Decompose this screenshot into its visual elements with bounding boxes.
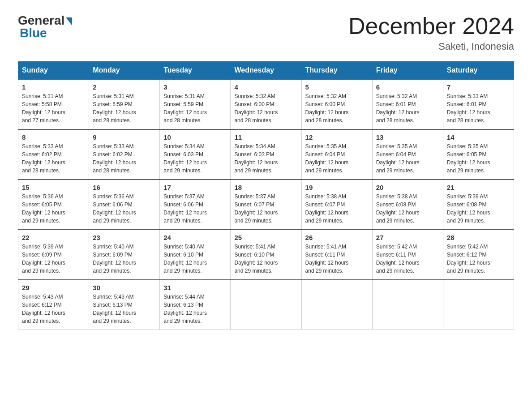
day-number: 12 — [305, 133, 369, 141]
calendar-cell: 21Sunrise: 5:39 AM Sunset: 6:08 PM Dayli… — [443, 180, 514, 230]
day-number: 1 — [22, 83, 85, 91]
day-number: 21 — [447, 184, 510, 191]
day-number: 28 — [447, 234, 510, 241]
day-info: Sunrise: 5:33 AM Sunset: 6:02 PM Dayligh… — [93, 142, 156, 175]
day-info: Sunrise: 5:35 AM Sunset: 6:05 PM Dayligh… — [447, 142, 510, 175]
day-number: 19 — [305, 184, 369, 191]
day-number: 26 — [305, 234, 369, 241]
calendar-cell: 30Sunrise: 5:43 AM Sunset: 6:13 PM Dayli… — [89, 280, 160, 330]
calendar-cell: 13Sunrise: 5:35 AM Sunset: 6:04 PM Dayli… — [372, 129, 443, 180]
day-info: Sunrise: 5:34 AM Sunset: 6:03 PM Dayligh… — [163, 142, 227, 175]
calendar-cell: 29Sunrise: 5:43 AM Sunset: 6:12 PM Dayli… — [18, 280, 89, 330]
calendar-cell: 15Sunrise: 5:36 AM Sunset: 6:05 PM Dayli… — [18, 180, 89, 230]
day-info: Sunrise: 5:38 AM Sunset: 6:07 PM Dayligh… — [305, 193, 369, 225]
day-number: 24 — [163, 234, 227, 241]
day-info: Sunrise: 5:37 AM Sunset: 6:07 PM Dayligh… — [234, 193, 297, 225]
day-number: 18 — [234, 184, 297, 191]
day-info: Sunrise: 5:38 AM Sunset: 6:08 PM Dayligh… — [376, 193, 439, 225]
calendar-cell: 3Sunrise: 5:31 AM Sunset: 5:59 PM Daylig… — [160, 79, 231, 129]
day-number: 23 — [93, 234, 156, 241]
calendar-cell — [372, 280, 443, 330]
column-header-saturday: Saturday — [443, 62, 514, 80]
location-subtitle: Saketi, Indonesia — [348, 41, 514, 52]
day-info: Sunrise: 5:31 AM Sunset: 5:59 PM Dayligh… — [93, 92, 156, 124]
day-info: Sunrise: 5:41 AM Sunset: 6:10 PM Dayligh… — [234, 243, 297, 275]
day-info: Sunrise: 5:35 AM Sunset: 6:04 PM Dayligh… — [305, 142, 369, 175]
month-title: December 2024 — [348, 13, 514, 39]
day-number: 17 — [163, 184, 227, 191]
day-info: Sunrise: 5:42 AM Sunset: 6:11 PM Dayligh… — [376, 243, 439, 275]
page-header: General Blue December 2024 Saketi, Indon… — [18, 13, 514, 52]
calendar-cell — [301, 280, 372, 330]
day-info: Sunrise: 5:32 AM Sunset: 6:01 PM Dayligh… — [376, 92, 439, 124]
day-number: 9 — [93, 133, 156, 141]
column-header-monday: Monday — [89, 62, 160, 80]
calendar-cell: 27Sunrise: 5:42 AM Sunset: 6:11 PM Dayli… — [372, 230, 443, 280]
calendar-cell: 7Sunrise: 5:33 AM Sunset: 6:01 PM Daylig… — [443, 79, 514, 129]
calendar-cell: 4Sunrise: 5:32 AM Sunset: 6:00 PM Daylig… — [231, 79, 301, 129]
day-number: 4 — [234, 83, 297, 91]
day-number: 22 — [22, 234, 85, 241]
calendar-cell: 28Sunrise: 5:42 AM Sunset: 6:12 PM Dayli… — [443, 230, 514, 280]
day-info: Sunrise: 5:33 AM Sunset: 6:02 PM Dayligh… — [22, 142, 85, 175]
day-number: 3 — [163, 83, 227, 91]
day-info: Sunrise: 5:41 AM Sunset: 6:11 PM Dayligh… — [305, 243, 369, 275]
calendar-cell: 24Sunrise: 5:40 AM Sunset: 6:10 PM Dayli… — [160, 230, 231, 280]
column-header-tuesday: Tuesday — [160, 62, 231, 80]
calendar-cell: 9Sunrise: 5:33 AM Sunset: 6:02 PM Daylig… — [89, 129, 160, 180]
day-info: Sunrise: 5:37 AM Sunset: 6:06 PM Dayligh… — [163, 193, 227, 225]
calendar-week-row: 15Sunrise: 5:36 AM Sunset: 6:05 PM Dayli… — [18, 180, 514, 230]
calendar-week-row: 1Sunrise: 5:31 AM Sunset: 5:58 PM Daylig… — [18, 79, 514, 129]
day-info: Sunrise: 5:31 AM Sunset: 5:58 PM Dayligh… — [22, 92, 85, 124]
calendar-cell: 26Sunrise: 5:41 AM Sunset: 6:11 PM Dayli… — [301, 230, 372, 280]
calendar-table: SundayMondayTuesdayWednesdayThursdayFrid… — [18, 61, 514, 330]
calendar-cell: 2Sunrise: 5:31 AM Sunset: 5:59 PM Daylig… — [89, 79, 160, 129]
logo: General Blue — [18, 13, 72, 40]
column-header-wednesday: Wednesday — [231, 62, 301, 80]
calendar-cell: 23Sunrise: 5:40 AM Sunset: 6:09 PM Dayli… — [89, 230, 160, 280]
calendar-header-row: SundayMondayTuesdayWednesdayThursdayFrid… — [18, 62, 514, 80]
calendar-cell: 12Sunrise: 5:35 AM Sunset: 6:04 PM Dayli… — [301, 129, 372, 180]
calendar-cell: 8Sunrise: 5:33 AM Sunset: 6:02 PM Daylig… — [18, 129, 89, 180]
day-info: Sunrise: 5:36 AM Sunset: 6:06 PM Dayligh… — [93, 193, 156, 225]
day-info: Sunrise: 5:35 AM Sunset: 6:04 PM Dayligh… — [376, 142, 439, 175]
calendar-cell: 6Sunrise: 5:32 AM Sunset: 6:01 PM Daylig… — [372, 79, 443, 129]
day-number: 16 — [93, 184, 156, 191]
calendar-cell: 11Sunrise: 5:34 AM Sunset: 6:03 PM Dayli… — [231, 129, 301, 180]
day-number: 6 — [376, 83, 439, 91]
day-number: 31 — [163, 284, 227, 291]
calendar-cell: 5Sunrise: 5:32 AM Sunset: 6:00 PM Daylig… — [301, 79, 372, 129]
column-header-sunday: Sunday — [18, 62, 89, 80]
day-number: 20 — [376, 184, 439, 191]
day-info: Sunrise: 5:33 AM Sunset: 6:01 PM Dayligh… — [447, 92, 510, 124]
day-number: 5 — [305, 83, 369, 91]
calendar-cell: 25Sunrise: 5:41 AM Sunset: 6:10 PM Dayli… — [231, 230, 301, 280]
day-number: 13 — [376, 133, 439, 141]
day-number: 25 — [234, 234, 297, 241]
day-number: 27 — [376, 234, 439, 241]
day-info: Sunrise: 5:32 AM Sunset: 6:00 PM Dayligh… — [234, 92, 297, 124]
calendar-cell: 16Sunrise: 5:36 AM Sunset: 6:06 PM Dayli… — [89, 180, 160, 230]
calendar-cell: 17Sunrise: 5:37 AM Sunset: 6:06 PM Dayli… — [160, 180, 231, 230]
calendar-week-row: 8Sunrise: 5:33 AM Sunset: 6:02 PM Daylig… — [18, 129, 514, 180]
day-number: 8 — [22, 133, 85, 141]
day-number: 11 — [234, 133, 297, 141]
day-number: 10 — [163, 133, 227, 141]
day-number: 29 — [22, 284, 85, 291]
calendar-cell: 1Sunrise: 5:31 AM Sunset: 5:58 PM Daylig… — [18, 79, 89, 129]
calendar-cell: 14Sunrise: 5:35 AM Sunset: 6:05 PM Dayli… — [443, 129, 514, 180]
day-number: 2 — [93, 83, 156, 91]
logo-blue-text: Blue — [18, 26, 47, 40]
calendar-cell — [231, 280, 301, 330]
calendar-cell: 19Sunrise: 5:38 AM Sunset: 6:07 PM Dayli… — [301, 180, 372, 230]
column-header-friday: Friday — [372, 62, 443, 80]
calendar-cell: 18Sunrise: 5:37 AM Sunset: 6:07 PM Dayli… — [231, 180, 301, 230]
calendar-cell: 20Sunrise: 5:38 AM Sunset: 6:08 PM Dayli… — [372, 180, 443, 230]
day-info: Sunrise: 5:44 AM Sunset: 6:13 PM Dayligh… — [163, 293, 227, 325]
day-info: Sunrise: 5:43 AM Sunset: 6:12 PM Dayligh… — [22, 293, 85, 325]
day-info: Sunrise: 5:34 AM Sunset: 6:03 PM Dayligh… — [234, 142, 297, 175]
column-header-thursday: Thursday — [301, 62, 372, 80]
calendar-cell: 31Sunrise: 5:44 AM Sunset: 6:13 PM Dayli… — [160, 280, 231, 330]
calendar-cell: 22Sunrise: 5:39 AM Sunset: 6:09 PM Dayli… — [18, 230, 89, 280]
calendar-cell — [443, 280, 514, 330]
